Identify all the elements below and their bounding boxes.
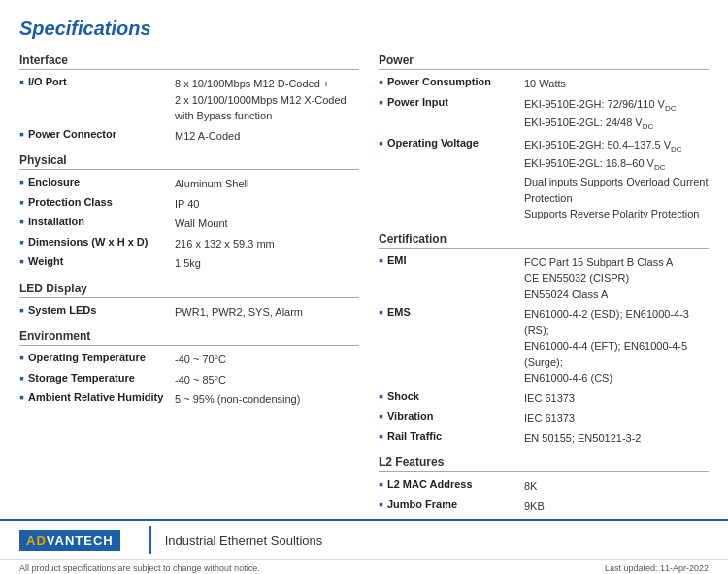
spec-power-connector: ▪ Power Connector M12 A-Coded bbox=[19, 128, 359, 145]
left-column: Interface ▪ I/O Port 8 x 10/100Mbps M12 … bbox=[19, 53, 379, 518]
bullet-icon: ▪ bbox=[19, 351, 24, 364]
footer-disclaimer: All product specifications are subject t… bbox=[19, 563, 260, 573]
spec-value-rail-traffic: EN 50155; EN50121-3-2 bbox=[524, 430, 709, 447]
spec-label-ems: ▪ EMS bbox=[379, 306, 524, 319]
spec-label-io-port: ▪ I/O Port bbox=[19, 76, 175, 88]
bullet-icon: ▪ bbox=[19, 390, 24, 404]
spec-value-power-consumption: 10 Watts bbox=[524, 76, 709, 92]
spec-label-jumbo-frame: ▪ Jumbo Frame bbox=[379, 498, 524, 511]
spec-vibration: ▪ Vibration IEC 61373 bbox=[379, 410, 709, 426]
bullet-icon: ▪ bbox=[19, 75, 24, 88]
bullet-icon: ▪ bbox=[19, 215, 24, 228]
spec-value-storage-temp: -40 ~ 85°C bbox=[175, 372, 359, 388]
spec-rail-traffic: ▪ Rail Traffic EN 50155; EN50121-3-2 bbox=[379, 430, 709, 447]
spec-label-power-consumption: ▪ Power Consumption bbox=[379, 76, 524, 88]
bullet-icon: ▪ bbox=[379, 136, 383, 150]
right-column: Power ▪ Power Consumption 10 Watts ▪ Pow… bbox=[379, 53, 709, 518]
spec-label-operating-voltage: ▪ Operating Voltage bbox=[379, 137, 524, 150]
section-led-display: LED Display bbox=[19, 282, 359, 298]
spec-label-protection-class: ▪ Protection Class bbox=[19, 196, 175, 209]
spec-value-jumbo-frame: 9KB bbox=[524, 498, 709, 515]
bullet-icon: ▪ bbox=[379, 253, 383, 267]
spec-label-storage-temp: ▪ Storage Temperature bbox=[19, 372, 175, 385]
spec-label-dimensions: ▪ Dimensions (W x H x D) bbox=[19, 236, 175, 249]
spec-installation: ▪ Installation Wall Mount bbox=[19, 216, 359, 232]
section-power: Power bbox=[379, 53, 709, 70]
bullet-icon: ▪ bbox=[379, 389, 383, 403]
spec-label-weight: ▪ Weight bbox=[19, 255, 175, 268]
footer-last-updated: Last updated: 11-Apr-2022 bbox=[605, 563, 709, 573]
spec-label-installation: ▪ Installation bbox=[19, 216, 175, 228]
spec-value-system-leds: PWR1, PWR2, SYS, Alarm bbox=[175, 304, 359, 321]
bullet-icon: ▪ bbox=[19, 303, 24, 317]
spec-protection-class: ▪ Protection Class IP 40 bbox=[19, 196, 359, 213]
section-physical: Physical bbox=[19, 153, 359, 170]
footer-bottom: All product specifications are subject t… bbox=[0, 559, 728, 574]
footer: ADVANTECH Industrial Ethernet Soultions … bbox=[0, 519, 728, 574]
spec-label-operating-temp: ▪ Operating Temperature bbox=[19, 352, 175, 364]
bullet-icon: ▪ bbox=[379, 95, 383, 109]
bullet-icon: ▪ bbox=[19, 235, 24, 249]
spec-label-humidity: ▪ Ambient Relative Humidity bbox=[19, 391, 175, 404]
spec-label-power-input: ▪ Power Input bbox=[379, 96, 524, 109]
spec-emi: ▪ EMI FCC Part 15 Subpart B Class A CE E… bbox=[379, 254, 709, 303]
spec-value-power-input: EKI-9510E-2GH: 72/96/110 VDC EKI-9510E-2… bbox=[524, 96, 709, 133]
spec-label-power-connector: ▪ Power Connector bbox=[19, 128, 175, 141]
company-logo: ADVANTECH bbox=[19, 530, 120, 551]
spec-value-humidity: 5 ~ 95% (non-condensing) bbox=[175, 391, 359, 408]
spec-l2-mac: ▪ L2 MAC Address 8K bbox=[379, 478, 709, 494]
spec-jumbo-frame: ▪ Jumbo Frame 9KB bbox=[379, 498, 709, 515]
bullet-icon: ▪ bbox=[19, 254, 24, 268]
section-interface: Interface bbox=[19, 53, 359, 70]
spec-value-emi: FCC Part 15 Subpart B Class A CE EN55032… bbox=[524, 254, 709, 303]
spec-enclosure: ▪ Enclosure Aluminum Shell bbox=[19, 176, 359, 192]
logo-box: ADVANTECH bbox=[19, 530, 120, 551]
spec-weight: ▪ Weight 1.5kg bbox=[19, 255, 359, 272]
spec-label-enclosure: ▪ Enclosure bbox=[19, 176, 175, 188]
bullet-icon: ▪ bbox=[19, 195, 24, 209]
spec-label-emi: ▪ EMI bbox=[379, 254, 524, 267]
spec-value-l2-mac: 8K bbox=[524, 478, 709, 494]
spec-value-operating-temp: -40 ~ 70°C bbox=[175, 352, 359, 368]
spec-value-power-connector: M12 A-Coded bbox=[175, 128, 359, 145]
spec-value-vibration: IEC 61373 bbox=[524, 410, 709, 426]
spec-label-shock: ▪ Shock bbox=[379, 390, 524, 403]
page-title: Specifications bbox=[19, 17, 709, 40]
footer-branding: ADVANTECH Industrial Ethernet Soultions bbox=[0, 521, 728, 559]
spec-value-protection-class: IP 40 bbox=[175, 196, 359, 213]
spec-ems: ▪ EMS EN61000-4-2 (ESD); EN61000-4-3 (RS… bbox=[379, 306, 709, 387]
bullet-icon: ▪ bbox=[379, 429, 383, 443]
spec-value-installation: Wall Mount bbox=[175, 216, 359, 232]
bullet-icon: ▪ bbox=[19, 175, 24, 188]
spec-operating-voltage: ▪ Operating Voltage EKI-9510E-2GH: 50.4–… bbox=[379, 137, 709, 222]
bullet-icon: ▪ bbox=[19, 371, 24, 385]
section-environment: Environment bbox=[19, 329, 359, 346]
bullet-icon: ▪ bbox=[379, 477, 383, 490]
bullet-icon: ▪ bbox=[19, 127, 24, 141]
spec-value-operating-voltage: EKI-9510E-2GH: 50.4–137.5 VDC EKI-9510E-… bbox=[524, 137, 709, 222]
spec-io-port: ▪ I/O Port 8 x 10/100Mbps M12 D-Coded +2… bbox=[19, 76, 359, 124]
section-certification: Certification bbox=[379, 232, 709, 249]
spec-value-weight: 1.5kg bbox=[175, 255, 359, 272]
spec-dimensions: ▪ Dimensions (W x H x D) 216 x 132 x 59.… bbox=[19, 236, 359, 253]
spec-storage-temp: ▪ Storage Temperature -40 ~ 85°C bbox=[19, 372, 359, 388]
spec-operating-temp: ▪ Operating Temperature -40 ~ 70°C bbox=[19, 352, 359, 368]
spec-shock: ▪ Shock IEC 61373 bbox=[379, 390, 709, 407]
footer-tagline: Industrial Ethernet Soultions bbox=[165, 533, 323, 548]
spec-humidity: ▪ Ambient Relative Humidity 5 ~ 95% (non… bbox=[19, 391, 359, 408]
bullet-icon: ▪ bbox=[379, 409, 383, 422]
spec-power-input: ▪ Power Input EKI-9510E-2GH: 72/96/110 V… bbox=[379, 96, 709, 133]
spec-label-l2-mac: ▪ L2 MAC Address bbox=[379, 478, 524, 490]
bullet-icon: ▪ bbox=[379, 497, 383, 511]
spec-value-dimensions: 216 x 132 x 59.3 mm bbox=[175, 236, 359, 253]
spec-label-vibration: ▪ Vibration bbox=[379, 410, 524, 422]
spec-system-leds: ▪ System LEDs PWR1, PWR2, SYS, Alarm bbox=[19, 304, 359, 321]
bullet-icon: ▪ bbox=[379, 75, 383, 88]
spec-label-system-leds: ▪ System LEDs bbox=[19, 304, 175, 317]
spec-value-io-port: 8 x 10/100Mbps M12 D-Coded +2 x 10/100/1… bbox=[175, 76, 359, 124]
spec-power-consumption: ▪ Power Consumption 10 Watts bbox=[379, 76, 709, 92]
logo-ad-text: AD bbox=[26, 533, 47, 548]
spec-value-enclosure: Aluminum Shell bbox=[175, 176, 359, 192]
spec-label-rail-traffic: ▪ Rail Traffic bbox=[379, 430, 524, 443]
spec-value-ems: EN61000-4-2 (ESD); EN61000-4-3 (RS); EN6… bbox=[524, 306, 709, 387]
